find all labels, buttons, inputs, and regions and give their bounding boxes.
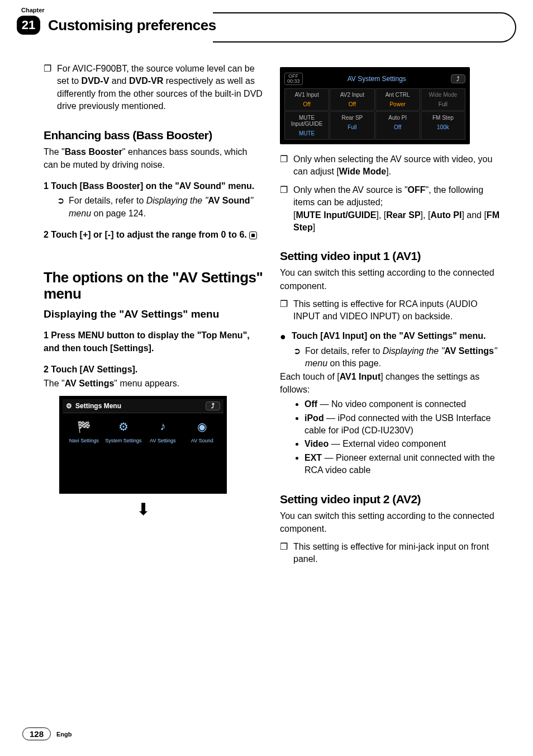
system-settings-item: ⚙ System Settings xyxy=(104,418,143,443)
note-text: For AVIC-F900BT, the source volume level… xyxy=(57,63,263,113)
chapter-number-badge: 21 xyxy=(17,16,40,35)
note-av1-rca: ❐ This setting is effective for RCA inpu… xyxy=(280,298,499,323)
av2-description: You can switch this setting according to… xyxy=(280,509,499,535)
ss-grid: AV1 InputOff AV2 InputOff Ant CTRLPower … xyxy=(284,88,465,140)
step-adjust-range: 2 Touch [+] or [-] to adjust the range f… xyxy=(44,229,263,241)
av1-each-touch: Each touch of [AV1 Input] changes the se… xyxy=(280,370,499,396)
option-off: Off — No video component is connected xyxy=(304,398,499,410)
settings-menu-title: Settings Menu xyxy=(75,402,121,410)
ss-title-row: OFF 00:33 AV System Settings ⤴ xyxy=(284,73,465,85)
cell-mute-input: MUTE Input/GUIDEMUTE xyxy=(284,111,329,140)
cell-av2-input: AV2 InputOff xyxy=(330,88,374,111)
bass-description: The "Bass Booster" enhances bass sounds,… xyxy=(44,145,263,171)
note-off-source: ❐ Only when the AV source is "OFF", the … xyxy=(280,184,499,234)
bullet-icon: ● xyxy=(280,331,286,343)
language-label: Engb xyxy=(56,731,72,738)
ss-title: AV System Settings xyxy=(307,75,446,83)
ref-text: For details, refer to Displaying the "AV… xyxy=(69,195,263,220)
down-arrow-icon: ⬇ xyxy=(59,499,227,519)
left-column: ❐ For AVIC-F900BT, the source volume lev… xyxy=(44,63,263,571)
back-icon: ⤴ xyxy=(451,74,465,83)
ref-text: For details, refer to Displaying the "AV… xyxy=(305,345,499,370)
note-av2-minijack: ❐ This setting is effective for mini-jac… xyxy=(280,541,499,566)
chapter-row: 21 Customising preferences xyxy=(17,16,516,35)
heading-displaying-av-settings: Displaying the "AV Settings" menu xyxy=(44,308,263,320)
note-marker-icon: ❐ xyxy=(280,184,288,234)
cell-wide-mode: Wide ModeFull xyxy=(421,88,465,111)
note-text: This setting is effective for mini-jack … xyxy=(293,541,499,566)
cell-av1-input: AV1 InputOff xyxy=(284,88,329,111)
slider-icon: ⚙ xyxy=(66,402,72,410)
settings-menu-icons: 🏁 Navi Settings ⚙ System Settings ♪ AV S… xyxy=(63,413,223,446)
step-press-menu: 1 Press MENU button to display the "Top … xyxy=(44,329,263,355)
note-text: This setting is effective for RCA inputs… xyxy=(293,298,499,323)
av-system-settings-screenshot: OFF 00:33 AV System Settings ⤴ AV1 Input… xyxy=(280,67,470,144)
navi-settings-item: 🏁 Navi Settings xyxy=(65,418,103,443)
right-column: OFF 00:33 AV System Settings ⤴ AV1 Input… xyxy=(280,63,499,571)
heading-av-settings-options: The options on the "AV Settings" menu xyxy=(44,270,263,303)
ref-av-settings-menu: ➲ For details, refer to Displaying the "… xyxy=(280,345,499,370)
note-marker-icon: ❐ xyxy=(280,298,288,323)
heading-av1: Setting video input 1 (AV1) xyxy=(280,249,499,263)
step-touch-bass-booster: 1 Touch [Bass Booster] on the "AV Sound"… xyxy=(44,180,263,192)
note-marker-icon: ❐ xyxy=(44,63,51,113)
off-badge: OFF 00:33 xyxy=(284,73,303,85)
step-touch-av1-input: ● Touch [AV1 Input] on the "AV Settings"… xyxy=(280,331,499,343)
option-ipod: iPod — iPod connected with the USB Inter… xyxy=(304,412,499,437)
chapter-title: Customising preferences xyxy=(48,17,216,34)
step-touch-av-settings: 2 Touch [AV Settings]. xyxy=(44,363,263,376)
note-builtin-dvd: ❐ For AVIC-F900BT, the source volume lev… xyxy=(44,63,263,113)
page-footer: 128 Engb xyxy=(22,727,72,740)
back-icon: ⤴ xyxy=(206,401,220,410)
av-settings-appears: The "AV Settings" menu appears. xyxy=(44,377,263,390)
navi-icon: 🏁 xyxy=(75,418,93,436)
option-video: Video — External video component xyxy=(304,438,499,450)
note-marker-icon: ❐ xyxy=(280,541,288,566)
stop-icon xyxy=(249,231,257,239)
av-sound-item: ◉ AV Sound xyxy=(183,418,222,443)
note-text: Only when the AV source is "OFF", the fo… xyxy=(293,184,499,234)
av-settings-item: ♪ AV Settings xyxy=(144,418,182,443)
content-columns: ❐ For AVIC-F900BT, the source volume lev… xyxy=(0,35,533,583)
cell-ant-ctrl: Ant CTRLPower xyxy=(375,88,420,111)
disc-icon: ◉ xyxy=(193,418,211,436)
title-curve xyxy=(224,16,516,35)
note-wide-mode: ❐ Only when selecting the AV source with… xyxy=(280,153,499,178)
settings-menu-title-row: ⚙ Settings Menu ⤴ xyxy=(63,399,223,413)
av1-options-list: Off — No video component is connected iP… xyxy=(280,398,499,476)
ref-arrow-icon: ➲ xyxy=(57,195,64,220)
cell-auto-pi: Auto PIOff xyxy=(375,111,420,140)
ref-arrow-icon: ➲ xyxy=(293,345,301,370)
gear-icon: ⚙ xyxy=(115,418,132,436)
option-ext: EXT — Pioneer external unit connected wi… xyxy=(304,452,499,477)
note-marker-icon: ❐ xyxy=(280,153,288,178)
page-header: Chapter 21 Customising preferences xyxy=(0,0,533,35)
ref-av-sound-menu: ➲ For details, refer to Displaying the "… xyxy=(44,195,263,220)
cell-fm-step: FM Step100k xyxy=(421,111,465,140)
av1-description: You can switch this setting according to… xyxy=(280,266,499,292)
note-icon: ♪ xyxy=(154,418,172,436)
settings-menu-blank xyxy=(63,446,223,490)
note-text: Only when selecting the AV source with v… xyxy=(293,153,499,178)
page-number: 128 xyxy=(22,727,51,740)
heading-av2: Setting video input 2 (AV2) xyxy=(280,493,499,506)
settings-menu-screenshot: ⚙ Settings Menu ⤴ 🏁 Navi Settings ⚙ Syst… xyxy=(59,396,227,494)
heading-enhancing-bass: Enhancing bass (Bass Booster) xyxy=(44,129,263,142)
cell-rear-sp: Rear SPFull xyxy=(330,111,374,140)
